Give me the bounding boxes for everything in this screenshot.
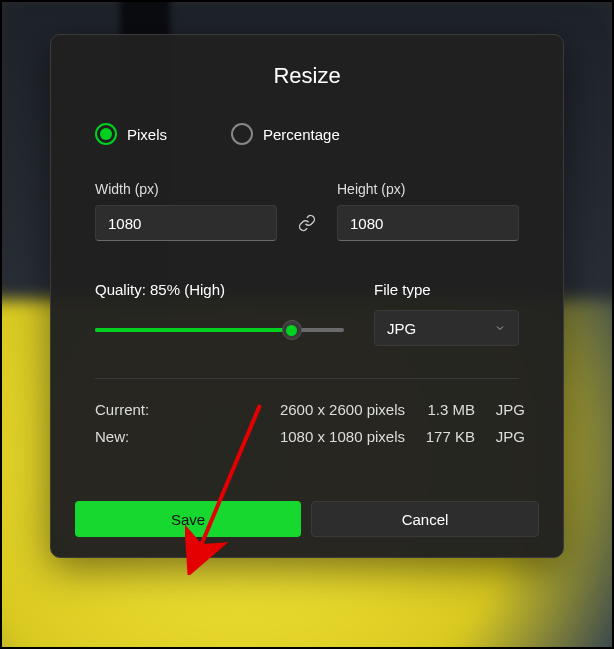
unit-radio-group: Pixels Percentage bbox=[75, 123, 539, 145]
cancel-button[interactable]: Cancel bbox=[311, 501, 539, 537]
new-dimensions: 1080 x 1080 pixels bbox=[255, 428, 405, 445]
width-label: Width (px) bbox=[95, 181, 277, 197]
quality-section: Quality: 85% (High) bbox=[95, 281, 344, 340]
slider-fill bbox=[95, 328, 292, 332]
chevron-down-icon bbox=[494, 320, 506, 337]
filetype-value: JPG bbox=[387, 320, 416, 337]
slider-thumb[interactable] bbox=[282, 320, 302, 340]
filetype-select[interactable]: JPG bbox=[374, 310, 519, 346]
link-aspect-icon[interactable] bbox=[291, 205, 323, 241]
width-input[interactable] bbox=[95, 205, 277, 241]
new-format: JPG bbox=[475, 428, 525, 445]
radio-percentage[interactable]: Percentage bbox=[231, 123, 340, 145]
height-input[interactable] bbox=[337, 205, 519, 241]
dimensions-row: Width (px) Height (px) bbox=[75, 181, 539, 241]
filetype-label: File type bbox=[374, 281, 519, 298]
radio-circle-unselected-icon bbox=[231, 123, 253, 145]
current-label: Current: bbox=[95, 401, 255, 418]
divider bbox=[95, 378, 519, 379]
dialog-title: Resize bbox=[75, 63, 539, 89]
radio-percentage-label: Percentage bbox=[263, 126, 340, 143]
resize-dialog: Resize Pixels Percentage Width (px) Heig… bbox=[50, 34, 564, 558]
radio-pixels[interactable]: Pixels bbox=[95, 123, 167, 145]
file-info-grid: Current: 2600 x 2600 pixels 1.3 MB JPG N… bbox=[75, 401, 539, 445]
radio-pixels-label: Pixels bbox=[127, 126, 167, 143]
save-button[interactable]: Save bbox=[75, 501, 301, 537]
height-label: Height (px) bbox=[337, 181, 519, 197]
new-info-row: New: 1080 x 1080 pixels 177 KB JPG bbox=[95, 428, 519, 445]
radio-circle-selected-icon bbox=[95, 123, 117, 145]
width-field: Width (px) bbox=[95, 181, 277, 241]
quality-slider[interactable] bbox=[95, 320, 344, 340]
quality-filetype-row: Quality: 85% (High) File type JPG bbox=[75, 281, 539, 346]
current-dimensions: 2600 x 2600 pixels bbox=[255, 401, 405, 418]
current-filesize: 1.3 MB bbox=[405, 401, 475, 418]
quality-label: Quality: 85% (High) bbox=[95, 281, 344, 298]
new-filesize: 177 KB bbox=[405, 428, 475, 445]
current-info-row: Current: 2600 x 2600 pixels 1.3 MB JPG bbox=[95, 401, 519, 418]
dialog-button-row: Save Cancel bbox=[75, 501, 539, 537]
filetype-section: File type JPG bbox=[374, 281, 519, 346]
current-format: JPG bbox=[475, 401, 525, 418]
new-label: New: bbox=[95, 428, 255, 445]
height-field: Height (px) bbox=[337, 181, 519, 241]
